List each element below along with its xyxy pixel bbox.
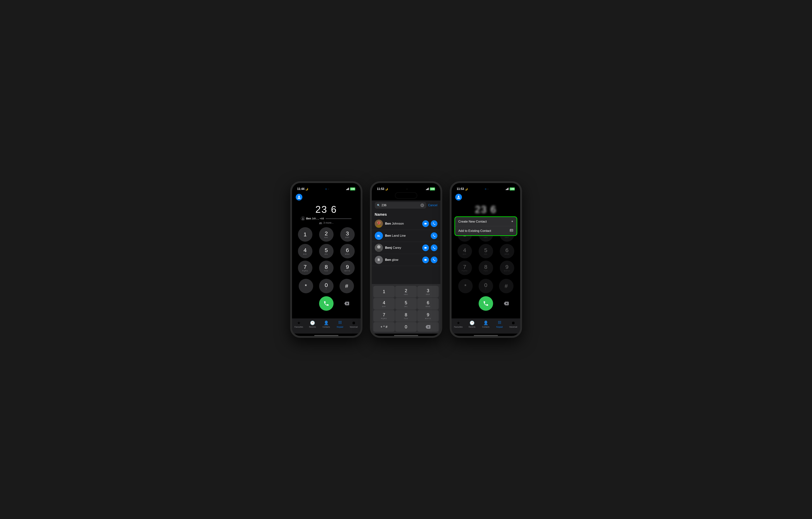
contact-row-benj-carey[interactable]: Benj Carey xyxy=(372,242,440,254)
key-1[interactable]: 1 xyxy=(298,227,312,242)
spacer-left xyxy=(296,296,310,311)
tab-voicemail-1[interactable]: ⏺ Voicemail xyxy=(348,321,359,328)
tab-recents-1[interactable]: 🕐 Recents xyxy=(307,321,318,328)
tab-recents-3[interactable]: 🕐 Recents xyxy=(467,321,478,328)
user-avatar-3 xyxy=(455,194,462,200)
cancel-button[interactable]: Cancel xyxy=(428,203,437,207)
clock-icon-3: 🕐 xyxy=(469,321,474,325)
power-button-2[interactable] xyxy=(442,220,442,239)
contact-list: 👺 Ben Johnson xyxy=(372,218,440,284)
sk-key-9[interactable]: 9WXYZ xyxy=(417,310,439,322)
call-button-3[interactable] xyxy=(431,244,437,251)
call-button-1[interactable] xyxy=(431,220,437,227)
svg-point-24 xyxy=(498,322,499,323)
call-button-2[interactable] xyxy=(431,233,437,239)
key-2[interactable]: 2ABC xyxy=(319,227,334,242)
video-call-button-4[interactable] xyxy=(422,256,429,263)
home-bar-1 xyxy=(314,335,338,336)
tab-contacts-3[interactable]: 👤 Contacts xyxy=(480,321,491,328)
key-5[interactable]: 5JKL xyxy=(319,244,334,258)
sk-key-8[interactable]: 8TUV xyxy=(395,310,417,322)
tab-favourites-3[interactable]: ★ Favourites xyxy=(453,321,464,328)
video-call-button-3[interactable] xyxy=(422,244,429,251)
add-to-existing-label: Add to Existing Contact xyxy=(458,229,491,233)
key-star[interactable]: * xyxy=(299,279,313,293)
volume-down-button[interactable] xyxy=(290,227,290,239)
svg-point-23 xyxy=(500,321,501,322)
key-4-3[interactable]: 4GHI xyxy=(458,244,472,258)
sk-key-5[interactable]: 5JKL xyxy=(395,298,417,310)
avatar-benglow: B xyxy=(375,256,383,264)
person-icon-3: 👤 xyxy=(483,321,488,325)
key-hash[interactable]: # xyxy=(340,279,354,293)
contact-row-benglow[interactable]: B Ben glow xyxy=(372,254,440,266)
user-avatar-area-3 xyxy=(455,193,517,202)
power-button[interactable] xyxy=(362,220,362,239)
status-time-2: 11:53 xyxy=(377,187,384,191)
call-button-1[interactable] xyxy=(319,296,334,311)
key-7-3[interactable]: 7PQRS xyxy=(458,261,472,275)
tab-contacts-1[interactable]: 👤 Contacts xyxy=(321,321,332,328)
contact-row-ben-johnson[interactable]: 👺 Ben Johnson xyxy=(372,218,440,230)
sk-delete[interactable] xyxy=(417,322,439,332)
delete-button-3[interactable] xyxy=(496,301,517,306)
sk-key-4[interactable]: 4GHI xyxy=(373,298,395,310)
dialed-number-3: 23 6 xyxy=(455,204,517,215)
status-bar-1: 11:44 🌙 ⊙ ··· 100 xyxy=(292,183,360,192)
tab-voicemail-3[interactable]: ⏺ Voicemail xyxy=(508,321,519,328)
search-icon: 🔍 xyxy=(377,204,380,207)
key-9-3[interactable]: 9WXYZ xyxy=(500,261,514,275)
svg-point-0 xyxy=(339,321,339,322)
sk-key-2[interactable]: 2ABC xyxy=(395,286,417,298)
sk-special[interactable]: + * # xyxy=(373,322,395,332)
tab-favourites-1[interactable]: ★ Favourites xyxy=(293,321,304,328)
contact-info-text: Ben Joh..., +44 xyxy=(306,217,352,220)
key-0-3[interactable]: 0+ xyxy=(478,279,493,293)
star-icon: ★ xyxy=(297,321,301,325)
tab-keypad-1[interactable]: Keypad xyxy=(335,321,346,328)
search-input-wrap[interactable]: 🔍 236 ✕ xyxy=(375,202,426,209)
keypad-screen-3: 23 6 Ben Joh..., +44 3 more... xyxy=(452,192,520,319)
contact-circle-icon xyxy=(301,216,305,220)
contact-number-bar xyxy=(326,218,352,219)
key-3[interactable]: 3DEF xyxy=(340,227,355,242)
call-button-4[interactable] xyxy=(431,256,437,263)
key-5-3[interactable]: 5JKL xyxy=(478,244,493,258)
tab-label-contacts-3: Contacts xyxy=(482,326,489,328)
clear-search-button[interactable]: ✕ xyxy=(420,203,424,207)
key-hash-3[interactable]: # xyxy=(499,279,514,293)
tab-keypad-3[interactable]: Keypad xyxy=(494,321,505,328)
sk-key-7[interactable]: 7PQRS xyxy=(373,310,395,322)
volume-up-button[interactable] xyxy=(290,213,290,224)
svg-point-8 xyxy=(341,323,341,324)
volume-down-button-2[interactable] xyxy=(370,227,370,239)
sk-key-6[interactable]: 6MNO xyxy=(417,298,439,310)
key-7[interactable]: 7PQRS xyxy=(298,261,312,275)
key-9[interactable]: 9WXYZ xyxy=(340,261,355,275)
delete-button-1[interactable] xyxy=(337,301,357,306)
sk-key-3[interactable]: 3DEF xyxy=(417,286,439,298)
search-section-header: Names xyxy=(372,211,440,218)
key-star-3[interactable]: * xyxy=(458,279,473,293)
key-4[interactable]: 4GHI xyxy=(298,244,312,258)
sk-zero[interactable]: 0 xyxy=(395,322,417,332)
volume-up-button-2[interactable] xyxy=(370,213,370,224)
contact-row-ben-landline[interactable]: BL Ben Land Line xyxy=(372,230,440,242)
star-icon-3: ★ xyxy=(457,321,460,325)
create-new-contact-button[interactable]: Create New Contact + xyxy=(455,217,517,226)
svg-point-15 xyxy=(377,245,380,249)
silent-switch[interactable] xyxy=(290,242,290,253)
wifi-icon-3 xyxy=(506,188,509,190)
video-call-button-1[interactable] xyxy=(422,220,429,227)
key-6[interactable]: 6MNO xyxy=(340,244,355,258)
svg-point-18 xyxy=(510,230,511,231)
key-8[interactable]: 8TUV xyxy=(319,261,334,275)
call-button-3[interactable] xyxy=(478,296,493,311)
key-0[interactable]: 0+ xyxy=(319,279,334,293)
key-6-3[interactable]: 6MNO xyxy=(500,244,514,258)
key-8-3[interactable]: 8TUV xyxy=(478,261,493,275)
home-bar-3 xyxy=(474,335,498,336)
add-to-existing-contact-button[interactable]: Add to Existing Contact xyxy=(455,226,517,235)
name-bold-2: Ben xyxy=(385,234,391,238)
sk-key-1[interactable]: 1 xyxy=(373,286,395,298)
